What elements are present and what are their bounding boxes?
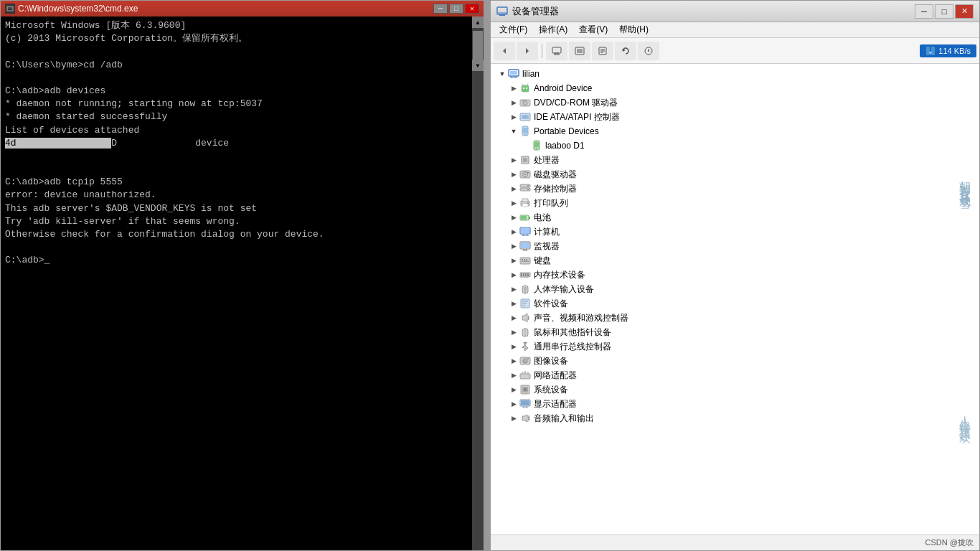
toolbar-computer-button[interactable] xyxy=(546,42,567,60)
tree-expand-battery[interactable]: ▶ xyxy=(508,212,519,223)
tree-item-battery[interactable]: ▶ 电池 xyxy=(491,210,979,225)
ide-icon xyxy=(519,111,531,123)
toolbar-properties-button[interactable] xyxy=(592,42,613,60)
tree-expand-imaging[interactable]: ▶ xyxy=(508,355,519,367)
system-icon xyxy=(519,384,531,395)
svg-point-39 xyxy=(524,103,526,104)
tree-item-memory[interactable]: ▶ 内存技术设备 xyxy=(491,268,979,282)
menu-view[interactable]: 查看(V) xyxy=(573,22,613,37)
tree-expand-root[interactable]: ▼ xyxy=(496,68,508,80)
tree-item-audio-io[interactable]: ▶ 音频输入和输出 xyxy=(491,411,979,425)
laaboo-icon xyxy=(531,140,542,151)
tree-item-keyboard[interactable]: ▶ 键盘 xyxy=(491,253,979,268)
tree-expand-software[interactable]: ▶ xyxy=(508,298,519,309)
tree-expand-usb[interactable]: ▶ xyxy=(508,341,519,352)
tree-item-audio[interactable]: ▶ 声音、视频和游戏控制器 xyxy=(491,311,979,325)
tree-label-memory: 内存技术设备 xyxy=(534,269,585,281)
svg-point-47 xyxy=(524,133,526,135)
toolbar-back-button[interactable] xyxy=(494,42,515,60)
tree-expand-storage[interactable]: ▶ xyxy=(508,183,519,194)
svg-rect-46 xyxy=(523,128,527,133)
devmgr-tree[interactable]: ▼ lilian ▶ xyxy=(491,64,979,534)
tree-expand-network[interactable]: ▶ xyxy=(508,369,519,381)
tree-item-print[interactable]: ▶ 打印队列 xyxy=(491,196,979,210)
cmd-scroll-thumb[interactable] xyxy=(473,31,483,60)
network-icon xyxy=(925,46,936,56)
tree-expand-memory[interactable]: ▶ xyxy=(508,269,519,281)
tree-expand-cpu[interactable]: ▶ xyxy=(508,154,519,166)
tree-item-android[interactable]: ▶ Android Device xyxy=(491,81,979,95)
tree-expand-portable[interactable]: ▼ xyxy=(508,126,519,137)
tree-label-portable: Portable Devices xyxy=(534,126,599,136)
toolbar-scan-button[interactable] xyxy=(638,42,659,60)
display-icon xyxy=(519,398,531,410)
tree-expand-dvd[interactable]: ▶ xyxy=(508,97,519,108)
tree-expand-disk[interactable]: ▶ xyxy=(508,169,519,180)
tree-item-dvd[interactable]: ▶ DVD/CD-ROM 驱动器 xyxy=(491,95,979,110)
svg-rect-3 xyxy=(499,14,505,16)
tree-item-computer[interactable]: ▶ 计算机 xyxy=(491,225,979,239)
mouse-icon xyxy=(519,326,531,338)
svg-rect-34 xyxy=(526,88,527,89)
cmd-close-button[interactable]: ✕ xyxy=(465,4,479,14)
tree-expand-computer[interactable]: ▶ xyxy=(508,226,519,237)
devmgr-close-button[interactable]: ✕ xyxy=(955,4,974,19)
svg-rect-97 xyxy=(525,273,527,276)
tree-item-network[interactable]: ▶ 网络适配器 xyxy=(491,368,979,382)
tree-item-system[interactable]: ▶ 系统设备 xyxy=(491,382,979,397)
tree-label-print: 打印队列 xyxy=(534,197,568,209)
computer-item-icon xyxy=(519,226,531,237)
devmgr-maximize-button[interactable]: □ xyxy=(935,4,953,19)
cmd-window[interactable]: C:\Windows\system32\cmd.exe ─ □ ✕ Micros… xyxy=(0,0,484,551)
svg-point-123 xyxy=(524,360,527,362)
tree-expand-audio[interactable]: ▶ xyxy=(508,312,519,324)
toolbar-list-button[interactable] xyxy=(569,42,590,60)
cmd-body[interactable]: Microsoft Windows [版本 6.3.9600] (c) 2013… xyxy=(1,17,484,550)
cmd-scroll-down-button[interactable]: ▼ xyxy=(472,60,484,71)
svg-rect-52 xyxy=(523,158,527,162)
tree-item-ide[interactable]: ▶ IDE ATA/ATAPI 控制器 xyxy=(491,110,979,124)
tree-expand-hid[interactable]: ▶ xyxy=(508,283,519,295)
devmgr-minimize-button[interactable]: ─ xyxy=(915,4,933,19)
tree-label-monitor: 监视器 xyxy=(534,240,560,253)
toolbar-refresh-button[interactable] xyxy=(615,42,636,60)
tree-item-display[interactable]: ▶ 显示适配器 xyxy=(491,397,979,411)
tree-item-mouse[interactable]: ▶ 鼠标和其他指针设备 xyxy=(491,325,979,339)
devmgr-window[interactable]: 设备管理器 ─ □ ✕ 文件(F) 操作(A) 查看(V) 帮助(H) xyxy=(490,0,980,551)
tree-expand-system[interactable]: ▶ xyxy=(508,384,519,395)
svg-rect-134 xyxy=(521,400,529,405)
tree-expand-audio-io[interactable]: ▶ xyxy=(508,413,519,424)
menu-file[interactable]: 文件(F) xyxy=(494,22,533,37)
tree-item-storage[interactable]: ▶ 存储控制器 xyxy=(491,182,979,196)
menu-help[interactable]: 帮助(H) xyxy=(613,22,654,37)
tree-label-keyboard: 键盘 xyxy=(534,255,551,267)
tree-item-disk[interactable]: ▶ 磁盘驱动器 xyxy=(491,167,979,182)
devmgr-statusbar: CSDN @拢吹 xyxy=(491,534,979,550)
imaging-icon xyxy=(519,355,531,367)
tree-expand-display[interactable]: ▶ xyxy=(508,398,519,410)
tree-item-root[interactable]: ▼ lilian xyxy=(491,67,979,81)
tree-item-laaboo[interactable]: ▶ laaboo D1 xyxy=(491,138,979,153)
menu-action[interactable]: 操作(A) xyxy=(533,22,573,37)
cmd-scroll-up-button[interactable]: ▲ xyxy=(472,17,484,28)
svg-line-36 xyxy=(527,84,528,85)
tree-item-software[interactable]: ▶ 软件设备 xyxy=(491,296,979,311)
tree-item-hid[interactable]: ▶ 人体学输入设备 xyxy=(491,282,979,296)
network-speed-text: 114 KB/s xyxy=(938,47,971,55)
tree-item-cpu[interactable]: ▶ 处理器 xyxy=(491,153,979,167)
tree-expand-mouse[interactable]: ▶ xyxy=(508,326,519,338)
cmd-minimize-button[interactable]: ─ xyxy=(433,4,448,14)
tree-item-usb[interactable]: ▶ 通用串行总线控制器 xyxy=(491,339,979,354)
svg-rect-7 xyxy=(552,47,561,53)
tree-expand-ide[interactable]: ▶ xyxy=(508,111,519,123)
tree-expand-keyboard[interactable]: ▶ xyxy=(508,255,519,266)
tree-item-monitor[interactable]: ▶ 监视器 xyxy=(491,239,979,253)
tree-expand-monitor[interactable]: ▶ xyxy=(508,240,519,252)
tree-item-imaging[interactable]: ▶ 图像设备 xyxy=(491,354,979,368)
tree-item-portable[interactable]: ▼ Portable Devices xyxy=(491,124,979,138)
cmd-maximize-button[interactable]: □ xyxy=(449,4,463,14)
cmd-scrollbar[interactable]: ▲ ▼ xyxy=(472,17,484,550)
tree-expand-android[interactable]: ▶ xyxy=(508,83,519,94)
toolbar-forward-button[interactable] xyxy=(517,42,538,60)
tree-expand-print[interactable]: ▶ xyxy=(508,197,519,209)
